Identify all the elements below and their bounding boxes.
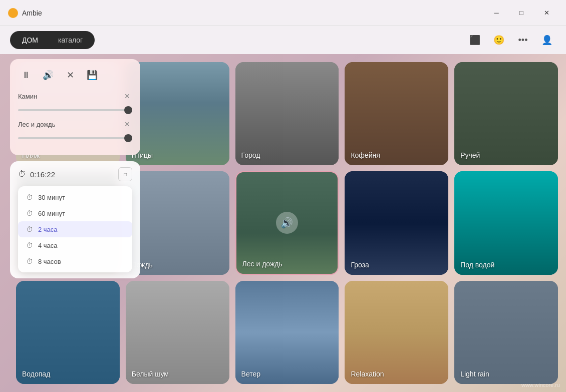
track-fire-name: Камин [18, 93, 37, 100]
sound-card-label-white-noise: Белый шум [132, 370, 169, 378]
sound-card-bg-white-noise [126, 281, 229, 384]
sound-card-wind[interactable]: Ветер [235, 281, 339, 384]
close-icon: ✕ [67, 70, 74, 81]
sound-card-bg-city [235, 62, 339, 165]
nav-left: ДОМ каталог [10, 31, 95, 49]
sound-card-bg-relaxation [345, 281, 448, 384]
volume-icon: 🔊 [43, 70, 54, 81]
sound-card-label-relaxation: Relaxation [351, 370, 384, 378]
timer-option-8hr[interactable]: ⏱ 8 часов [18, 253, 132, 269]
sound-card-birds[interactable]: Птицы [126, 62, 229, 165]
timer-icon: ⏱ [18, 170, 26, 179]
left-panel: ⏸ 🔊 ✕ 💾 Камин ✕ [10, 59, 140, 278]
sound-card-stream[interactable]: Ручей [454, 62, 558, 165]
timer-stop-button[interactable]: □ [118, 167, 132, 181]
sound-card-label-waterfall: Водопад [22, 370, 50, 378]
timer-option-2hr-icon: ⏱ [26, 225, 33, 233]
smiley-icon: 🙂 [493, 35, 504, 46]
sound-card-label-forest-rain: Лес и дождь [242, 260, 282, 268]
pause-button[interactable]: ⏸ [18, 67, 34, 83]
watermark: www.wincore.ru [521, 382, 560, 388]
sound-card-bg-birds [126, 62, 229, 165]
sound-card-rain[interactable]: Дождь [126, 171, 229, 274]
screen-icon: ⬛ [469, 35, 480, 46]
stop-icon: □ [124, 172, 127, 177]
track-fire-remove-button[interactable]: ✕ [122, 91, 132, 101]
sound-card-forest-rain[interactable]: 🔊Лес и дождь [235, 171, 339, 274]
more-icon: ••• [518, 35, 528, 46]
timer-option-60min[interactable]: ⏱ 60 минут [18, 205, 132, 221]
sound-card-bg-waterfall [16, 281, 120, 384]
sound-card-city[interactable]: Город [235, 62, 339, 165]
minimize-button[interactable]: ─ [485, 5, 508, 21]
sound-card-bg-stream [454, 62, 558, 165]
save-icon: 💾 [87, 70, 98, 81]
sound-card-light-rain[interactable]: Light rain [454, 281, 558, 384]
timer-options: ⏱ 30 минут ⏱ 60 минут ⏱ 2 часа ⏱ 4 часа … [18, 186, 132, 272]
app-title: Ambie [22, 9, 42, 17]
sound-card-thunder[interactable]: Гроза [345, 171, 448, 274]
track-forest-rain: Лес и дождь ✕ [18, 119, 132, 141]
account-icon-button[interactable]: 👤 [538, 31, 556, 49]
more-icon-button[interactable]: ••• [514, 31, 532, 49]
mixer-panel: ⏸ 🔊 ✕ 💾 Камин ✕ [10, 59, 140, 155]
sound-card-bg-coffee [345, 62, 448, 165]
home-nav-button[interactable]: ДОМ [12, 33, 48, 47]
timer-panel: ⏱ 0:16:22 □ ⏱ 30 минут ⏱ 60 минут ⏱ 2 ча… [10, 161, 140, 278]
timer-option-4hr[interactable]: ⏱ 4 часа [18, 237, 132, 253]
sound-card-white-noise[interactable]: Белый шум [126, 281, 229, 384]
sound-card-label-stream: Ручей [460, 151, 480, 159]
timer-option-8hr-icon: ⏱ [26, 257, 33, 265]
app-icon [8, 8, 18, 18]
pause-icon: ⏸ [22, 70, 31, 81]
track-forest-rain-header: Лес и дождь ✕ [18, 119, 132, 129]
smiley-icon-button[interactable]: 🙂 [490, 31, 508, 49]
sound-card-bg-light-rain [454, 281, 558, 384]
sound-card-label-thunder: Гроза [351, 261, 369, 269]
sound-card-bg-underwater [454, 171, 558, 274]
timer-option-60min-icon: ⏱ [26, 209, 33, 217]
catalog-nav-button[interactable]: каталог [48, 33, 93, 47]
volume-button[interactable]: 🔊 [40, 67, 56, 83]
sound-card-waterfall[interactable]: Водопад [16, 281, 120, 384]
track-fire-slider[interactable] [18, 109, 132, 111]
sound-card-label-coffee: Кофейня [351, 151, 380, 159]
timer-option-2hr-label: 2 часа [38, 226, 58, 233]
save-button[interactable]: 💾 [84, 67, 100, 83]
screen-icon-button[interactable]: ⬛ [466, 31, 484, 49]
nav-bar: ДОМ каталог ⬛ 🙂 ••• 👤 [0, 26, 566, 54]
timer-option-60min-label: 60 минут [38, 210, 65, 217]
sound-card-relaxation[interactable]: Relaxation [345, 281, 448, 384]
sound-card-label-light-rain: Light rain [460, 370, 489, 378]
nav-toggle: ДОМ каталог [10, 31, 95, 49]
sound-card-bg-wind [235, 281, 339, 384]
maximize-button[interactable]: □ [510, 5, 533, 21]
sound-card-coffee[interactable]: Кофейня [345, 62, 448, 165]
track-forest-rain-slider[interactable] [18, 137, 132, 139]
title-bar-left: Ambie [8, 8, 42, 18]
sound-card-bg-thunder [345, 171, 448, 274]
sound-card-bg-rain [126, 171, 229, 274]
timer-option-30min[interactable]: ⏱ 30 минут [18, 189, 132, 205]
timer-option-4hr-label: 4 часа [38, 242, 58, 249]
title-bar: Ambie ─ □ ✕ [0, 0, 566, 26]
timer-option-30min-label: 30 минут [38, 194, 65, 201]
mixer-controls: ⏸ 🔊 ✕ 💾 [18, 67, 132, 83]
mixer-close-button[interactable]: ✕ [62, 67, 78, 83]
sound-card-label-underwater: Под водой [460, 261, 494, 269]
timer-header: ⏱ 0:16:22 □ [18, 167, 132, 181]
sound-card-underwater[interactable]: Под водой [454, 171, 558, 274]
timer-value: 0:16:22 [30, 170, 114, 179]
timer-option-2hr[interactable]: ⏱ 2 часа [18, 221, 132, 237]
sound-card-label-wind: Ветер [241, 370, 261, 378]
account-icon: 👤 [541, 35, 552, 46]
track-fire-header: Камин ✕ [18, 91, 132, 101]
timer-option-30min-icon: ⏱ [26, 193, 33, 201]
nav-right: ⬛ 🙂 ••• 👤 [466, 31, 556, 49]
timer-option-4hr-icon: ⏱ [26, 241, 33, 249]
close-button[interactable]: ✕ [535, 5, 558, 21]
track-forest-rain-name: Лес и дождь [18, 121, 55, 128]
track-forest-rain-remove-button[interactable]: ✕ [122, 119, 132, 129]
sound-card-volume-forest-rain[interactable]: 🔊 [276, 212, 298, 234]
track-fire: Камин ✕ [18, 91, 132, 113]
